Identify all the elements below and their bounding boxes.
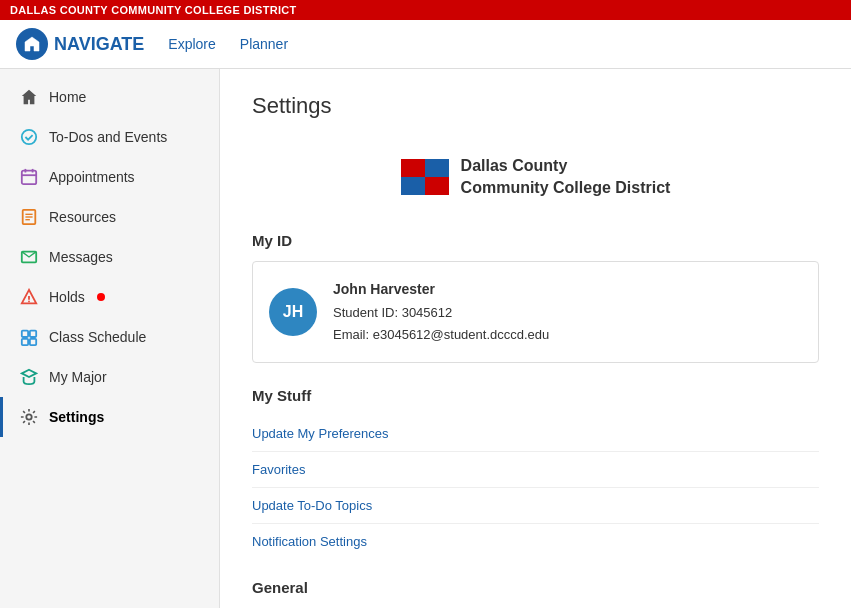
svg-point-0 [22, 130, 36, 144]
sidebar-item-messages[interactable]: Messages [0, 237, 219, 277]
sidebar-item-resources[interactable]: Resources [0, 197, 219, 237]
sidebar-label-settings: Settings [49, 409, 104, 425]
logo-icon [16, 28, 48, 60]
sidebar-item-home[interactable]: Home [0, 77, 219, 117]
explore-nav[interactable]: Explore [168, 36, 215, 52]
svg-rect-15 [30, 339, 36, 345]
planner-nav[interactable]: Planner [240, 36, 288, 52]
student-name: John Harvester [333, 278, 549, 302]
favorites-link[interactable]: Favorites [252, 452, 819, 488]
banner-text: DALLAS COUNTY COMMUNITY COLLEGE DISTRICT [10, 4, 297, 16]
svg-rect-1 [22, 171, 36, 185]
logo-area[interactable]: NAVIGATE [16, 28, 144, 60]
student-email: Email: e3045612@student.dcccd.edu [333, 324, 549, 346]
svg-rect-14 [22, 339, 28, 345]
my-major-icon [19, 367, 39, 387]
resources-icon [19, 207, 39, 227]
sidebar-item-class-schedule[interactable]: Class Schedule [0, 317, 219, 357]
main-layout: Home To-Dos and Events Appointments [0, 69, 851, 608]
college-logo-area: Dallas County Community College District [252, 139, 819, 224]
logo-text: NAVIGATE [54, 34, 144, 55]
sidebar-item-appointments[interactable]: Appointments [0, 157, 219, 197]
sidebar-label-class-schedule: Class Schedule [49, 329, 146, 345]
sidebar-label-holds: Holds [49, 289, 85, 305]
sidebar-item-todos[interactable]: To-Dos and Events [0, 117, 219, 157]
messages-icon [19, 247, 39, 267]
college-name-line1: Dallas County [461, 155, 671, 177]
id-info: John Harvester Student ID: 3045612 Email… [333, 278, 549, 346]
header: NAVIGATE Explore Planner [0, 20, 851, 69]
college-flag [401, 159, 449, 195]
my-stuff-section: My Stuff Update My Preferences Favorites… [252, 387, 819, 559]
sidebar-label-todos: To-Dos and Events [49, 129, 167, 145]
college-name-line2: Community College District [461, 177, 671, 199]
sidebar-item-settings[interactable]: Settings [0, 397, 219, 437]
class-schedule-icon [19, 327, 39, 347]
update-todo-topics-link[interactable]: Update To-Do Topics [252, 488, 819, 524]
svg-point-11 [28, 301, 30, 303]
student-id: Student ID: 3045612 [333, 302, 549, 324]
sidebar-label-my-major: My Major [49, 369, 107, 385]
holds-badge [97, 293, 105, 301]
top-banner: DALLAS COUNTY COMMUNITY COLLEGE DISTRICT [0, 0, 851, 20]
svg-point-16 [26, 414, 31, 419]
id-card: JH John Harvester Student ID: 3045612 Em… [252, 261, 819, 363]
sidebar-label-appointments: Appointments [49, 169, 135, 185]
todo-icon [19, 127, 39, 147]
notification-settings-link[interactable]: Notification Settings [252, 524, 819, 559]
sidebar-item-my-major[interactable]: My Major [0, 357, 219, 397]
my-stuff-heading: My Stuff [252, 387, 819, 404]
general-heading: General [252, 579, 819, 596]
appointments-icon [19, 167, 39, 187]
page-title: Settings [252, 93, 819, 119]
college-name: Dallas County Community College District [461, 155, 671, 200]
settings-icon [19, 407, 39, 427]
sidebar-item-holds[interactable]: Holds [0, 277, 219, 317]
svg-rect-12 [22, 331, 28, 337]
holds-icon [19, 287, 39, 307]
sidebar: Home To-Dos and Events Appointments [0, 69, 220, 608]
content-area: Settings Dallas County Community College… [220, 69, 851, 608]
avatar: JH [269, 288, 317, 336]
svg-rect-13 [30, 331, 36, 337]
sidebar-label-home: Home [49, 89, 86, 105]
general-section: General About ➔ Help [252, 579, 819, 608]
sidebar-label-resources: Resources [49, 209, 116, 225]
update-preferences-link[interactable]: Update My Preferences [252, 416, 819, 452]
home-icon [19, 87, 39, 107]
sidebar-label-messages: Messages [49, 249, 113, 265]
my-id-heading: My ID [252, 232, 819, 249]
